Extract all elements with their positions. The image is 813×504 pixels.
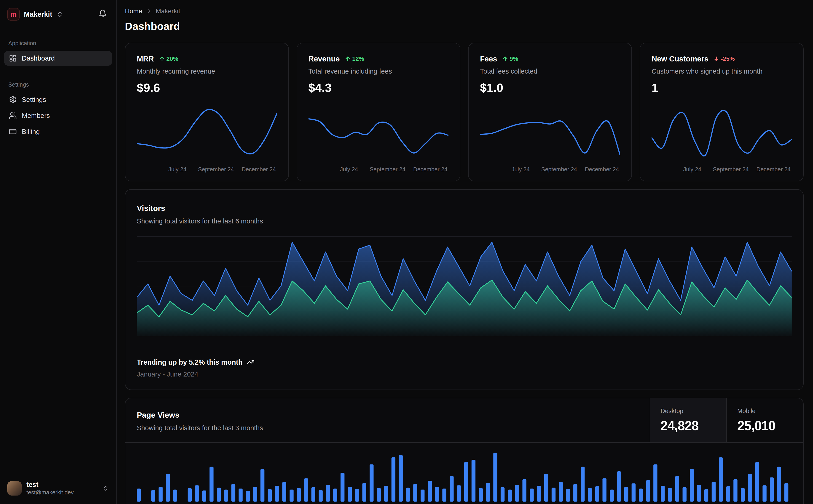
users-icon (9, 112, 17, 119)
workspace-selector[interactable]: m Makerkit (7, 8, 63, 20)
gear-icon (9, 96, 17, 103)
makerkit-logo: m (7, 8, 20, 20)
section-label-application: Application (4, 40, 112, 47)
sidebar-item-billing[interactable]: Billing (4, 124, 112, 139)
visitors-area-chart (137, 235, 792, 336)
stat-card-new-customers: New Customers -25% Customers who signed … (640, 43, 803, 181)
trend-badge: 9% (502, 55, 518, 62)
desktop-stat-toggle[interactable]: Desktop 24,828 (650, 398, 727, 442)
section-label-settings: Settings (4, 81, 112, 88)
sidebar-item-dashboard[interactable]: Dashboard (4, 51, 112, 66)
sidebar-item-label: Billing (22, 128, 40, 135)
mobile-value: 25,010 (737, 418, 793, 433)
stat-card-revenue: Revenue 12% Total revenue including fees… (297, 43, 460, 181)
chevrons-up-down-icon (103, 485, 109, 491)
page-views-title: Page Views (137, 411, 638, 419)
dashboard-icon (9, 54, 17, 62)
page-views-bar-chart (137, 450, 792, 504)
sidebar-item-label: Dashboard (22, 54, 55, 62)
chevrons-up-down-icon (56, 11, 63, 18)
stat-title: New Customers (652, 55, 708, 63)
visitors-trend: Trending up by 5.2% this month (137, 358, 792, 366)
mobile-stat-toggle[interactable]: Mobile 25,010 (726, 398, 803, 442)
trend-up-icon (159, 56, 165, 62)
stat-subtitle: Total revenue including fees (309, 67, 449, 75)
workspace-name: Makerkit (24, 10, 52, 18)
stat-title: Revenue (309, 55, 340, 63)
page-views-subtitle: Showing total visitors for the last 3 mo… (137, 424, 638, 432)
notifications-button[interactable] (96, 7, 109, 21)
stat-value: $4.3 (309, 81, 449, 95)
trend-up-icon (345, 56, 351, 62)
stat-cards-row: MRR 20% Monthly recurring revenue $9.6 J… (125, 43, 804, 181)
trend-badge: 12% (345, 55, 364, 62)
mobile-label: Mobile (737, 407, 793, 415)
sidebar-item-label: Settings (22, 96, 46, 103)
user-menu[interactable]: test test@makerkit.dev (4, 479, 112, 498)
fees-sparkline-chart (480, 103, 620, 163)
credit-card-icon (9, 128, 17, 135)
sparkline-axis: July 24September 24December 24 (137, 166, 277, 174)
avatar (7, 481, 22, 496)
sidebar-item-settings[interactable]: Settings (4, 92, 112, 107)
page-views-toggles: Desktop 24,828 Mobile 25,010 (650, 398, 803, 442)
breadcrumb: Home Makerkit (125, 7, 804, 15)
stat-subtitle: Total fees collected (480, 67, 620, 75)
sparkline-axis: July 24September 24December 24 (652, 166, 792, 174)
trend-badge: -25% (714, 55, 735, 62)
sidebar-item-members[interactable]: Members (4, 108, 112, 123)
visitors-period: January - June 2024 (137, 370, 792, 378)
sparkline-axis: July 24September 24December 24 (309, 166, 449, 174)
new-customers-sparkline-chart (652, 103, 792, 163)
desktop-value: 24,828 (661, 418, 716, 433)
visitors-title: Visitors (137, 204, 792, 213)
sidebar-item-label: Members (22, 112, 50, 119)
user-email: test@makerkit.dev (27, 489, 74, 496)
stat-value: $1.0 (480, 81, 620, 95)
stat-card-mrr: MRR 20% Monthly recurring revenue $9.6 J… (125, 43, 289, 181)
breadcrumb-current: Makerkit (156, 7, 180, 15)
chevron-right-icon (146, 8, 152, 14)
stat-value: 1 (652, 81, 792, 95)
stat-subtitle: Customers who signed up this month (652, 67, 792, 75)
page-views-card: Page Views Showing total visitors for th… (125, 398, 804, 504)
bell-icon (98, 9, 107, 18)
mrr-sparkline-chart (137, 103, 277, 163)
sidebar: m Makerkit Application Dashboard Setting… (0, 0, 117, 504)
stat-card-fees: Fees 9% Total fees collected $1.0 July 2… (468, 43, 632, 181)
stat-value: $9.6 (137, 81, 277, 95)
main-content: Home Makerkit Dashboard MRR 20% Monthly … (117, 0, 813, 504)
revenue-sparkline-chart (309, 103, 449, 163)
app-window: m Makerkit Application Dashboard Setting… (0, 0, 813, 504)
trend-badge: 20% (159, 55, 178, 62)
stat-subtitle: Monthly recurring revenue (137, 67, 277, 75)
trend-up-icon (502, 56, 508, 62)
page-title: Dashboard (125, 21, 804, 32)
visitors-subtitle: Showing total visitors for the last 6 mo… (137, 217, 792, 225)
trend-down-icon (714, 56, 719, 62)
stat-title: Fees (480, 55, 497, 63)
desktop-label: Desktop (661, 407, 716, 415)
visitors-card: Visitors Showing total visitors for the … (125, 189, 804, 390)
stat-title: MRR (137, 55, 154, 63)
user-name: test (27, 481, 74, 488)
breadcrumb-home[interactable]: Home (125, 7, 142, 15)
sparkline-axis: July 24September 24December 24 (480, 166, 620, 174)
trending-up-icon (247, 358, 255, 366)
